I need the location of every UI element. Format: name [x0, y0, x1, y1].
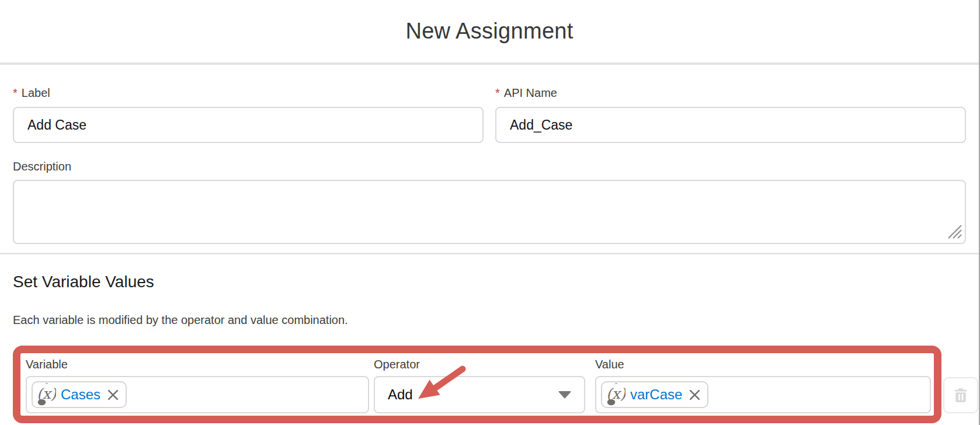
description-textarea-wrap	[13, 180, 966, 244]
set-variable-values-section: Set Variable Values Each variable is mod…	[0, 272, 979, 423]
description-textarea[interactable]	[13, 180, 966, 244]
svg-text:ˆ: ˆ	[614, 383, 618, 391]
required-asterisk: *	[13, 86, 18, 99]
pill-label: Cases	[61, 386, 100, 403]
section-heading: Set Variable Values	[13, 272, 966, 292]
close-icon[interactable]	[106, 388, 120, 402]
variable-combobox[interactable]: (x) ˆ Cases	[26, 376, 369, 413]
api-name-field-label-text: API Name	[504, 86, 557, 99]
operator-label: Operator	[374, 358, 585, 371]
page-title: New Assignment	[405, 19, 573, 44]
delete-column	[943, 358, 978, 413]
assignment-row: Variable (x) ˆ Cases	[13, 358, 978, 413]
value-label: Value	[595, 358, 931, 371]
operator-column: Operator Add	[374, 358, 585, 413]
trash-icon	[952, 386, 969, 404]
new-assignment-modal: New Assignment * Label * API Name Descri…	[0, 0, 980, 425]
variable-resource-pill[interactable]: (x) ˆ Cases	[32, 381, 127, 408]
label-field-label: * Label	[13, 86, 484, 99]
textarea-resize-icon[interactable]	[947, 224, 962, 239]
required-asterisk: *	[495, 86, 500, 99]
form-area: * Label * API Name Description	[0, 86, 979, 244]
value-combobox[interactable]: (x) ˆ varCase	[595, 376, 931, 413]
delete-row-button[interactable]	[943, 377, 978, 413]
label-field-label-text: Label	[22, 86, 50, 99]
label-field-group: * Label	[13, 86, 484, 143]
variable-resource-icon: (x) ˆ	[36, 383, 56, 406]
svg-text:ˆ: ˆ	[45, 383, 48, 391]
value-resource-pill[interactable]: (x) ˆ varCase	[601, 381, 708, 408]
header-divider	[0, 62, 979, 65]
api-name-input[interactable]	[495, 107, 966, 143]
close-icon[interactable]	[687, 388, 701, 402]
api-name-field-label: * API Name	[495, 86, 966, 99]
pill-label: varCase	[630, 386, 682, 403]
assignment-row-wrap: Variable (x) ˆ Cases	[13, 346, 966, 423]
description-field-label: Description	[13, 160, 966, 173]
value-column: Value (x) ˆ varCase	[595, 358, 931, 413]
operator-selected-value: Add	[388, 386, 413, 403]
operator-select[interactable]: Add	[374, 376, 585, 413]
modal-header: New Assignment	[0, 0, 979, 62]
variable-resource-icon: (x) ˆ	[606, 383, 625, 406]
section-divider	[0, 253, 979, 255]
variable-label: Variable	[26, 358, 369, 371]
variable-column: Variable (x) ˆ Cases	[26, 358, 369, 413]
label-input[interactable]	[13, 107, 484, 143]
section-description: Each variable is modified by the operato…	[13, 313, 966, 326]
description-field-label-text: Description	[13, 160, 71, 173]
api-name-field-group: * API Name	[495, 86, 966, 143]
chevron-down-icon	[558, 391, 571, 399]
